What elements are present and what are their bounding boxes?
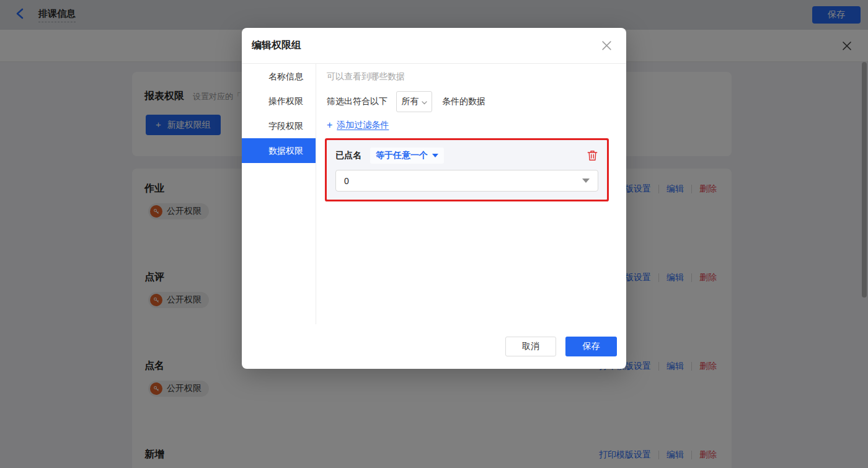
filter-prefix-label: 筛选出符合以下: [327, 96, 388, 107]
modal-close-button[interactable]: [601, 40, 613, 51]
filter-condition-box-highlighted: 已点名 等于任意一个 0: [327, 140, 607, 200]
trash-icon: [587, 150, 598, 161]
edit-permission-group-modal: 编辑权限组 名称信息 操作权限 字段权限 数据权限 可以查看到哪些数据 筛选出符…: [242, 28, 626, 369]
condition-value-dropdown[interactable]: 0: [335, 170, 598, 192]
plus-icon: +: [327, 120, 332, 131]
condition-operator-dropdown[interactable]: 等于任意一个: [370, 148, 444, 164]
caret-down-icon: [582, 179, 590, 183]
tab-data-perm[interactable]: 数据权限: [242, 138, 316, 163]
condition-field-label: 已点名: [335, 150, 361, 161]
modal-cancel-button[interactable]: 取消: [505, 337, 556, 356]
modal-save-button[interactable]: 保存: [565, 337, 617, 356]
app-window: 排课信息 保存 报表权限 设置对应的「 + 新建权限组 作业 打印模版设置: [0, 0, 868, 468]
add-filter-condition-link[interactable]: + 添加过滤条件: [327, 120, 616, 131]
caret-down-icon: [432, 154, 438, 157]
tab-name-info[interactable]: 名称信息: [242, 64, 316, 89]
modal-title: 编辑权限组: [252, 39, 301, 52]
filter-suffix-label: 条件的数据: [442, 96, 485, 107]
delete-condition-button[interactable]: [587, 150, 598, 162]
chevron-down-icon: [422, 97, 427, 107]
data-permission-panel: 可以查看到哪些数据 筛选出符合以下 所有 条件的数据 + 添加过滤条件: [316, 64, 626, 324]
modal-tab-list: 名称信息 操作权限 字段权限 数据权限: [242, 64, 316, 324]
data-visibility-hint: 可以查看到哪些数据: [327, 70, 616, 82]
filter-scope-select[interactable]: 所有: [396, 91, 432, 112]
tab-field-perm[interactable]: 字段权限: [242, 113, 316, 138]
tab-operation-perm[interactable]: 操作权限: [242, 89, 316, 113]
